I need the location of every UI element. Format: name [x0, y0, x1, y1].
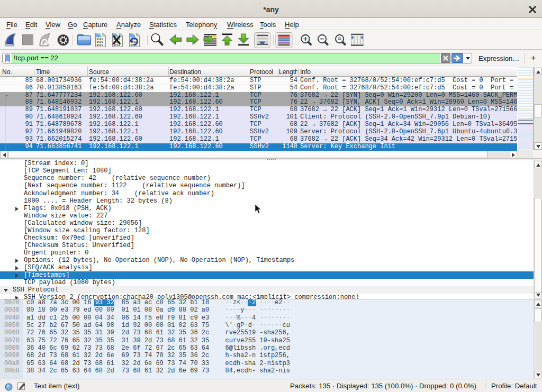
- svg-text:0111: 0111: [97, 44, 103, 47]
- svg-text:0111: 0111: [114, 44, 120, 47]
